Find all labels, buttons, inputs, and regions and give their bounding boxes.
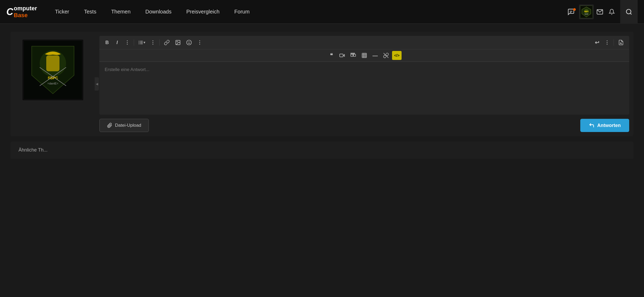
chat-button[interactable] — [565, 6, 577, 18]
svg-point-22 — [177, 41, 177, 42]
user-avatar-button[interactable]: SBPC =dantE= — [579, 4, 594, 19]
file-upload-button[interactable]: Datei-Upload — [99, 119, 149, 132]
svg-text:=dantE=: =dantE= — [584, 13, 589, 15]
main-content: SBPC =dantE= ◀ B — [0, 24, 644, 167]
svg-rect-33 — [354, 53, 355, 54]
toolbar-row-2: ❝ — [99, 49, 629, 62]
svg-point-23 — [187, 40, 191, 45]
emoji-icon — [186, 40, 192, 45]
user-avatar-large: SBPC =dantE= — [22, 40, 83, 100]
link-icon — [164, 40, 170, 45]
svg-point-18 — [139, 41, 140, 42]
search-icon — [625, 8, 632, 15]
nav-forum[interactable]: Forum — [227, 9, 257, 15]
svg-rect-10 — [46, 55, 59, 71]
svg-point-20 — [139, 44, 140, 44]
reply-button[interactable]: Antworten — [580, 119, 629, 132]
editor-footer: Datei-Upload Antworten — [99, 119, 629, 132]
bell-icon — [609, 9, 615, 15]
more-undo-button[interactable]: ⋮ — [602, 38, 611, 47]
emoji-button[interactable] — [184, 38, 194, 47]
bottom-title: Ähnliche Th... — [19, 147, 48, 153]
bottom-section: Ähnliche Th... — [11, 142, 633, 159]
user-avatar: SBPC =dantE= — [580, 6, 593, 18]
header-actions: SBPC =dantE= — [565, 0, 638, 24]
unlink-button[interactable] — [381, 51, 391, 60]
svg-point-19 — [139, 42, 140, 43]
avatar-svg: SBPC =dantE= — [24, 41, 82, 99]
mail-icon — [596, 8, 603, 15]
link-button[interactable] — [162, 38, 172, 47]
svg-rect-28 — [340, 54, 343, 57]
svg-point-26 — [620, 43, 621, 44]
reply-icon — [589, 122, 595, 128]
code-label: </> — [394, 53, 399, 58]
italic-button[interactable]: I — [113, 38, 122, 47]
logo-c-letter: C — [6, 6, 13, 17]
chat-notification-badge — [573, 8, 576, 11]
user-sidebar: SBPC =dantE= ◀ — [11, 32, 95, 136]
editor-toolbar: B I ⋮ — [99, 36, 629, 62]
svg-line-7 — [630, 13, 632, 15]
nav-downloads[interactable]: Downloads — [138, 9, 179, 15]
undo-button[interactable]: ↩ — [592, 38, 601, 47]
svg-rect-29 — [351, 54, 353, 56]
toolbar-row-1: B I ⋮ — [99, 36, 629, 49]
svg-point-6 — [626, 9, 631, 14]
list-button[interactable]: ▾ — [136, 38, 147, 47]
image-icon — [175, 40, 181, 45]
preview-icon — [618, 40, 624, 45]
more-format-button[interactable]: ⋮ — [123, 38, 132, 47]
horizontal-rule-button[interactable]: — — [370, 51, 380, 60]
nav-preisvergleich[interactable]: Preisvergleich — [179, 9, 227, 15]
bold-button[interactable]: B — [103, 38, 112, 47]
nav-themen[interactable]: Themen — [104, 9, 138, 15]
video-icon — [339, 53, 345, 58]
image-button[interactable] — [173, 38, 183, 47]
reply-panel: SBPC =dantE= ◀ B — [11, 32, 633, 136]
search-button[interactable] — [620, 0, 638, 24]
svg-rect-34 — [362, 53, 367, 58]
table-button[interactable] — [359, 51, 369, 60]
list-dropdown-arrow: ▾ — [144, 41, 145, 44]
collapse-chevron-icon: ◀ — [96, 82, 98, 86]
svg-rect-30 — [353, 54, 356, 56]
list-icon — [138, 40, 144, 45]
gallery-button[interactable] — [348, 51, 358, 60]
nav-ticker[interactable]: Ticker — [48, 9, 77, 15]
paperclip-icon — [107, 123, 112, 128]
svg-text:SBPC: SBPC — [584, 11, 589, 12]
divider-3 — [614, 39, 614, 46]
svg-rect-31 — [351, 53, 352, 54]
site-header: C omputer Base Ticker Tests Themen Downl… — [0, 0, 644, 24]
unlink-icon — [383, 53, 389, 58]
avatar-image: SBPC =dantE= — [580, 6, 592, 18]
chat-icon-wrap — [565, 6, 577, 18]
svg-rect-32 — [352, 53, 353, 54]
reply-label: Antworten — [597, 123, 621, 128]
divider-2 — [159, 39, 160, 46]
code-button[interactable]: </> — [392, 51, 402, 60]
editor-container: B I ⋮ — [99, 36, 629, 115]
nav-tests[interactable]: Tests — [77, 9, 104, 15]
coat-of-arms: SBPC =dantE= — [22, 40, 83, 100]
more-button[interactable]: ⋮ — [195, 38, 204, 47]
notifications-button[interactable] — [606, 7, 618, 17]
mail-button[interactable] — [594, 6, 606, 17]
preview-button[interactable] — [616, 38, 626, 47]
logo[interactable]: C omputer Base — [6, 5, 37, 19]
reply-textarea[interactable] — [99, 62, 629, 115]
svg-text:=dantE=: =dantE= — [47, 82, 58, 85]
video-button[interactable] — [337, 51, 347, 60]
main-nav: Ticker Tests Themen Downloads Preisvergl… — [48, 9, 565, 15]
table-icon — [361, 53, 367, 58]
logo-top: omputer — [14, 5, 37, 12]
divider-1 — [134, 39, 134, 46]
blockquote-button[interactable]: ❝ — [327, 51, 336, 60]
gallery-icon — [350, 53, 356, 58]
logo-bot: Base — [14, 12, 37, 19]
collapse-handle[interactable]: ◀ — [95, 77, 99, 91]
more-list-button[interactable]: ⋮ — [148, 38, 157, 47]
editor-column: B I ⋮ — [95, 32, 633, 136]
upload-label: Datei-Upload — [115, 123, 141, 128]
